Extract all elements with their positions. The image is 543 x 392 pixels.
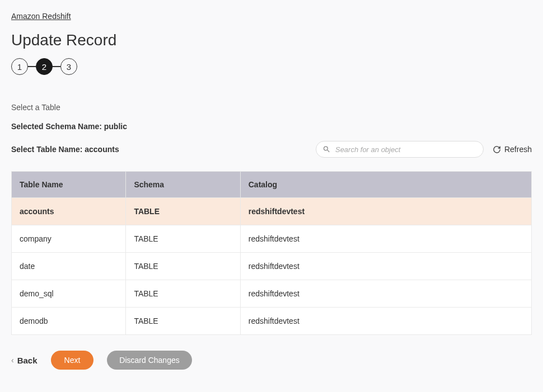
search-wrapper [316, 141, 484, 158]
select-table-name-line: Select Table Name: accounts [11, 145, 119, 154]
footer-actions: ‹ Back Next Discard Changes [11, 351, 532, 370]
step-connector [53, 66, 60, 67]
back-label: Back [17, 356, 38, 365]
cell-table-name: demo_sql [12, 280, 126, 308]
header-table-name: Table Name [12, 172, 126, 198]
cell-table-name: demodb [12, 308, 126, 335]
table-row[interactable]: demodbTABLEredshiftdevtest [12, 308, 532, 335]
table-row[interactable]: companyTABLEredshiftdevtest [12, 225, 532, 253]
tables-table: Table Name Schema Catalog accountsTABLEr… [11, 171, 532, 335]
cell-catalog: redshiftdevtest [240, 225, 531, 253]
chevron-left-icon: ‹ [11, 356, 14, 365]
cell-catalog: redshiftdevtest [240, 308, 531, 335]
step-1[interactable]: 1 [11, 58, 28, 75]
refresh-label: Refresh [504, 145, 532, 154]
cell-schema: TABLE [126, 280, 240, 308]
cell-catalog: redshiftdevtest [240, 198, 531, 225]
breadcrumb-link[interactable]: Amazon Redshift [11, 12, 71, 21]
refresh-button[interactable]: Refresh [493, 145, 532, 154]
cell-catalog: redshiftdevtest [240, 253, 531, 280]
cell-table-name: date [12, 253, 126, 280]
step-2[interactable]: 2 [36, 58, 53, 75]
cell-schema: TABLE [126, 225, 240, 253]
back-button[interactable]: ‹ Back [11, 356, 38, 365]
cell-catalog: redshiftdevtest [240, 280, 531, 308]
next-button[interactable]: Next [51, 351, 94, 370]
table-row[interactable]: demo_sqlTABLEredshiftdevtest [12, 280, 532, 308]
table-row[interactable]: accountsTABLEredshiftdevtest [12, 198, 532, 225]
cell-schema: TABLE [126, 253, 240, 280]
table-row[interactable]: dateTABLEredshiftdevtest [12, 253, 532, 280]
cell-schema: TABLE [126, 198, 240, 225]
select-table-label: Select a Table [11, 103, 532, 112]
refresh-icon [493, 145, 501, 154]
header-catalog: Catalog [240, 172, 531, 198]
search-icon [322, 145, 331, 154]
step-3[interactable]: 3 [60, 58, 77, 75]
page-title: Update Record [11, 31, 532, 49]
step-connector [28, 66, 36, 67]
cell-table-name: company [12, 225, 126, 253]
search-input[interactable] [316, 141, 484, 158]
discard-button[interactable]: Discard Changes [107, 351, 191, 370]
cell-schema: TABLE [126, 308, 240, 335]
header-schema: Schema [126, 172, 240, 198]
selected-schema-line: Selected Schema Name: public [11, 122, 532, 131]
cell-table-name: accounts [12, 198, 126, 225]
stepper: 1 2 3 [11, 58, 532, 75]
